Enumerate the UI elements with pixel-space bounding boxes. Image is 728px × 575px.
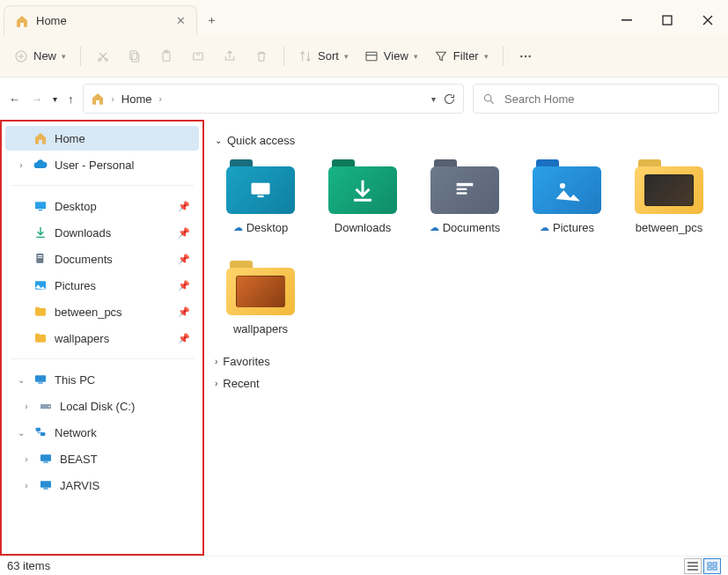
search-input[interactable] xyxy=(504,92,710,106)
svg-rect-37 xyxy=(708,563,711,565)
copy-button[interactable] xyxy=(120,42,150,70)
sidebar-item-downloads[interactable]: Downloads 📌 xyxy=(5,220,199,245)
tile-pictures[interactable]: ☁Pictures xyxy=(528,159,606,234)
tile-wallpapers[interactable]: wallpapers xyxy=(222,261,299,335)
share-button[interactable] xyxy=(215,42,245,70)
svg-rect-10 xyxy=(366,52,377,60)
recent-dropdown[interactable]: ▾ xyxy=(53,94,57,104)
pin-icon[interactable]: 📌 xyxy=(178,306,190,318)
collapse-icon[interactable]: ⌄ xyxy=(16,375,26,385)
sidebar-item-thispc[interactable]: ⌄ This PC xyxy=(5,367,199,392)
expand-icon[interactable]: › xyxy=(21,454,32,464)
sidebar-item-home[interactable]: Home xyxy=(5,126,199,151)
computer-icon xyxy=(39,452,53,466)
svg-rect-1 xyxy=(663,16,672,25)
tab-home[interactable]: Home ✕ xyxy=(4,5,197,35)
rename-button[interactable] xyxy=(183,42,213,70)
back-button[interactable]: ← xyxy=(9,92,20,106)
forward-button[interactable]: → xyxy=(31,92,42,106)
new-button[interactable]: New ▾ xyxy=(7,42,73,70)
tile-documents[interactable]: ☁Documents xyxy=(426,159,504,234)
new-tab-button[interactable]: ＋ xyxy=(197,5,225,35)
sidebar-item-label: Desktop xyxy=(55,200,171,213)
item-count: 63 items xyxy=(7,559,50,572)
sidebar-item-pictures[interactable]: Pictures 📌 xyxy=(5,273,199,298)
more-button[interactable] xyxy=(511,42,540,70)
expand-icon[interactable]: › xyxy=(21,481,32,490)
section-recent[interactable]: › Recent xyxy=(215,377,717,390)
expand-icon[interactable]: › xyxy=(21,402,32,411)
up-button[interactable]: ↑ xyxy=(68,92,74,106)
cut-button[interactable] xyxy=(88,42,118,70)
delete-button[interactable] xyxy=(246,42,276,70)
sidebar-item-label: Documents xyxy=(55,253,171,266)
svg-rect-39 xyxy=(708,567,711,570)
search-icon xyxy=(482,92,496,106)
expand-icon[interactable]: › xyxy=(16,160,26,170)
thumbnails-view-button[interactable] xyxy=(703,558,721,574)
minimize-button[interactable] xyxy=(607,5,647,35)
maximize-button[interactable] xyxy=(647,5,688,35)
sidebar-item-network[interactable]: ⌄ Network xyxy=(5,420,199,445)
collapse-icon[interactable]: ⌄ xyxy=(16,428,26,438)
download-icon xyxy=(33,225,48,240)
sidebar-item-host-beast[interactable]: › BEAST xyxy=(5,446,199,471)
svg-point-11 xyxy=(520,55,522,56)
sidebar-item-localdisk[interactable]: › Local Disk (C:) xyxy=(5,394,199,418)
folder-icon xyxy=(533,159,601,214)
breadcrumb-home[interactable]: Home xyxy=(121,92,152,106)
view-button[interactable]: View ▾ xyxy=(357,42,425,70)
sidebar-item-onedrive[interactable]: › User - Personal xyxy=(5,152,199,177)
tile-betweenpcs[interactable]: between_pcs xyxy=(630,159,708,234)
pin-icon[interactable]: 📌 xyxy=(178,201,190,212)
svg-rect-5 xyxy=(132,53,139,61)
sidebar-item-betweenpcs[interactable]: between_pcs 📌 xyxy=(5,299,199,324)
cloud-sync-icon: ☁ xyxy=(430,222,439,233)
tile-downloads[interactable]: Downloads xyxy=(324,159,401,234)
sidebar-item-desktop[interactable]: Desktop 📌 xyxy=(5,194,199,218)
sidebar-item-host-jarvis[interactable]: › JARVIS xyxy=(5,473,199,498)
cloud-sync-icon: ☁ xyxy=(540,222,549,233)
svg-rect-35 xyxy=(457,192,467,194)
documents-icon xyxy=(33,252,48,266)
pictures-icon xyxy=(33,278,48,292)
tile-desktop[interactable]: ☁Desktop xyxy=(222,159,299,234)
close-button[interactable] xyxy=(688,5,728,35)
svg-rect-33 xyxy=(457,183,474,187)
pin-icon[interactable]: 📌 xyxy=(178,280,190,291)
tile-label: wallpapers xyxy=(233,322,288,335)
search-box[interactable] xyxy=(473,84,719,114)
close-tab-icon[interactable]: ✕ xyxy=(176,14,186,27)
svg-rect-18 xyxy=(38,255,42,256)
sidebar-item-label: between_pcs xyxy=(55,306,171,319)
sidebar-item-documents[interactable]: Documents 📌 xyxy=(5,247,199,271)
sidebar-item-wallpapers[interactable]: wallpapers 📌 xyxy=(5,326,199,350)
home-icon xyxy=(33,131,48,145)
svg-point-13 xyxy=(528,55,530,56)
section-title: Favorites xyxy=(223,355,269,368)
folder-icon xyxy=(635,159,703,214)
sidebar-item-label: User - Personal xyxy=(55,158,190,172)
sidebar-item-label: JARVIS xyxy=(60,479,190,492)
details-view-button[interactable] xyxy=(684,558,702,574)
section-quick-access[interactable]: ⌄ Quick access xyxy=(215,134,717,147)
pin-icon[interactable]: 📌 xyxy=(178,227,190,239)
svg-rect-29 xyxy=(40,481,51,487)
home-icon xyxy=(91,92,105,106)
refresh-button[interactable] xyxy=(443,92,456,106)
sort-button[interactable]: Sort ▾ xyxy=(291,42,356,70)
section-favorites[interactable]: › Favorites xyxy=(215,355,717,368)
pin-icon[interactable]: 📌 xyxy=(178,333,190,344)
status-bar: 63 items xyxy=(0,556,728,575)
pin-icon[interactable]: 📌 xyxy=(178,254,190,265)
filter-button[interactable]: Filter ▾ xyxy=(427,42,496,70)
address-bar[interactable]: › Home › ▾ xyxy=(83,84,465,114)
paste-button[interactable] xyxy=(151,42,181,70)
view-label: View xyxy=(384,49,408,63)
chevron-right-icon: › xyxy=(215,379,217,388)
svg-point-36 xyxy=(560,183,565,188)
address-dropdown-icon[interactable]: ▾ xyxy=(431,94,436,104)
sort-label: Sort xyxy=(318,49,339,63)
svg-rect-40 xyxy=(713,567,717,570)
folder-icon xyxy=(33,305,48,319)
